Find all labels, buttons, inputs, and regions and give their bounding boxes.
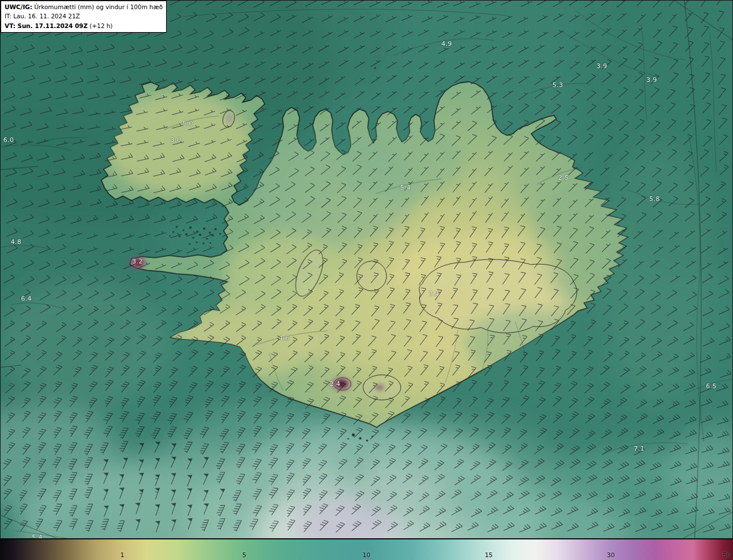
map-title-line: UWC/IG: Úrkomumætti (mm) og vindur í 100… <box>5 2 163 11</box>
weather-map: 4.93.93.95.35.03.06.02.55.45.84.83.26.47… <box>0 0 733 539</box>
colorbar-tick-label: 50 <box>723 551 731 559</box>
valid-time-line: VT: Sun. 17.11.2024 09Z (+12 h) <box>5 21 163 30</box>
valid-offset-label: (+12 h) <box>88 22 113 29</box>
forecast-info-box: UWC/IG: Úrkomumætti (mm) og vindur í 100… <box>1 1 167 33</box>
colorbar-tick-label: 30 <box>607 551 615 559</box>
colorbar-ticks: 1510153050 <box>0 539 733 560</box>
colorbar-tick-label: 1 <box>120 551 124 559</box>
model-label: UWC/IG: <box>5 3 32 10</box>
colorbar: 1510153050 <box>0 539 733 560</box>
halftone-texture <box>1 1 732 538</box>
field-title: Úrkomumætti (mm) og vindur í 100m hæð <box>32 3 163 10</box>
colorbar-tick-label: 10 <box>362 551 371 559</box>
init-time-line: IT: Lau. 16. 11. 2024 21Z <box>5 11 163 21</box>
valid-time-label: VT: Sun. 17.11.2024 09Z <box>5 22 88 29</box>
map-canvas <box>1 1 732 538</box>
colorbar-tick-label: 5 <box>242 551 246 559</box>
colorbar-tick-label: 15 <box>484 551 492 559</box>
